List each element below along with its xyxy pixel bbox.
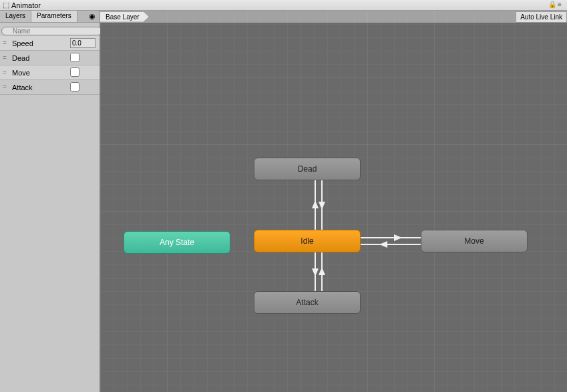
graph-canvas[interactable]: Base Layer Auto Live Link Any State Dead…	[100, 11, 567, 392]
tab-layers[interactable]: Layers	[0, 11, 31, 22]
parameter-row[interactable]: = Attack	[0, 80, 100, 95]
parameter-row[interactable]: = Dead	[0, 51, 100, 65]
tab-parameters[interactable]: Parameters	[31, 11, 77, 22]
parameter-bool-input[interactable]	[70, 67, 79, 77]
drag-handle-icon[interactable]: =	[3, 83, 11, 91]
parameter-name: Move	[11, 69, 70, 77]
drag-handle-icon[interactable]: =	[3, 69, 11, 76]
lock-icon[interactable]: 🔒	[548, 1, 555, 7]
node-label: Attack	[296, 298, 318, 307]
state-node-idle[interactable]: Idle	[254, 230, 361, 252]
parameter-name: Dead	[11, 54, 70, 62]
drag-handle-icon[interactable]: =	[3, 39, 11, 47]
parameter-name: Attack	[11, 83, 70, 91]
parameters-panel: Layers Parameters ◉ + = Speed = Dead =	[0, 11, 100, 392]
window-title-bar: ⬚ Animator 🔒 ≡	[0, 0, 567, 11]
node-label: Dead	[298, 164, 317, 174]
breadcrumb[interactable]: Base Layer	[100, 12, 149, 22]
parameter-list: = Speed = Dead = Move = Attack	[0, 36, 100, 392]
parameter-row[interactable]: = Move	[0, 65, 100, 80]
state-node-anystate[interactable]: Any State	[124, 231, 230, 254]
parameter-row[interactable]: = Speed	[0, 36, 100, 51]
auto-live-link-button[interactable]: Auto Live Link	[516, 11, 567, 23]
menu-icon[interactable]: ≡	[558, 1, 564, 7]
state-node-dead[interactable]: Dead	[254, 158, 361, 180]
node-label: Move	[464, 236, 484, 246]
node-label: Idle	[301, 236, 313, 246]
node-label: Any State	[160, 238, 194, 247]
parameter-name: Speed	[11, 39, 70, 47]
parameter-bool-input[interactable]	[70, 53, 79, 62]
visibility-icon[interactable]: ◉	[85, 11, 100, 22]
parameter-float-input[interactable]	[70, 38, 96, 48]
grid-background	[100, 11, 567, 392]
animator-icon: ⬚	[3, 1, 9, 9]
state-node-attack[interactable]: Attack	[254, 291, 361, 314]
drag-handle-icon[interactable]: =	[3, 54, 11, 61]
state-node-move[interactable]: Move	[421, 230, 528, 252]
search-input[interactable]	[1, 27, 102, 35]
window-title: Animator	[11, 1, 41, 9]
parameter-bool-input[interactable]	[70, 82, 79, 91]
window-controls: 🔒 ≡	[548, 1, 564, 7]
